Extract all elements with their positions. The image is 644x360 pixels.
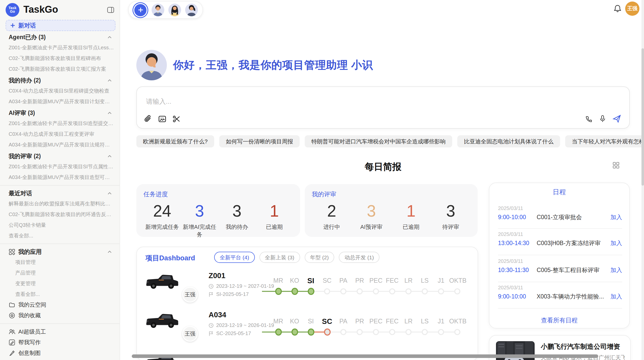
sidebar-group-header[interactable]: 我的评审 (2) xyxy=(9,151,114,161)
send-icon[interactable] xyxy=(612,114,621,123)
join-link[interactable]: 加入 xyxy=(610,239,622,247)
suggestion-chip[interactable]: 当下年轻人对汽车外观有怎样的喜好趋势 xyxy=(565,135,644,147)
group-title-wrap: 我的应用 xyxy=(9,247,42,257)
horizontal-scrollbar-thumb[interactable] xyxy=(132,354,598,358)
sidebar-item[interactable]: C0X4-动力总成开发项目工程变更评审 xyxy=(9,129,114,139)
sidebar-item[interactable]: Z001-全新燃油轻卡产品开发项目SI造型提交物评审 xyxy=(9,118,114,129)
sidebar-app-item[interactable]: 变更管理 xyxy=(9,278,114,289)
chevron-up-icon xyxy=(107,190,112,196)
attach-icon[interactable] xyxy=(144,115,152,123)
schedule-entry-title: C001-立项审批会 xyxy=(537,213,610,221)
join-link[interactable]: 加入 xyxy=(610,213,622,221)
sidebar-app-item[interactable]: 产品管理 xyxy=(9,267,114,278)
suggestion-chip[interactable]: 特朗普可能对进口汽车增税会对中国车企造成哪些影响 xyxy=(305,135,452,147)
stat-col: 3 我的待办 xyxy=(218,201,256,238)
milestone-label: LR xyxy=(400,318,417,325)
group-title: AI评审 (3) xyxy=(9,108,35,118)
user-avatar[interactable]: 王强 xyxy=(625,2,639,16)
sidebar-collapse-icon[interactable] xyxy=(107,6,114,13)
filter-pill[interactable]: 年型 (2) xyxy=(304,252,334,263)
session-avatar-3[interactable] xyxy=(185,4,198,16)
chevron-up-icon xyxy=(107,34,112,40)
schedule-time: 9:00-10:00 xyxy=(498,293,537,299)
schedule-date: 2025/03/11 xyxy=(498,205,523,211)
sidebar-item[interactable]: 公司Q3轻卡销量 xyxy=(9,220,114,230)
suggestion-chip[interactable]: 如何写一份清晰的项目周报 xyxy=(219,135,300,147)
sidebar-item-cloud-space[interactable]: 我的云空间 xyxy=(9,299,114,310)
sidebar-item[interactable]: A034-全新新能源MUV产品开发项目造型可行性评审 xyxy=(9,172,114,183)
sidebar-item-creative-draw[interactable]: 创意制图 xyxy=(9,348,114,358)
group-title: Agent已办 (3) xyxy=(9,32,46,42)
stat-value: 3 xyxy=(218,201,256,221)
view-all-link[interactable]: 查看全部... xyxy=(9,289,114,299)
new-chat-button[interactable]: 新对话 xyxy=(6,20,115,31)
schedule-title: 日程 xyxy=(489,188,629,197)
app-window: Task Go TaskGo 新对话 Agent已办 (3) Z001-全新燃油… xyxy=(0,0,644,360)
milestone-label: SI xyxy=(303,277,319,285)
project-dates: 2023-12-19 ~ 2027-01-19 xyxy=(209,283,274,289)
suggestion-chip[interactable]: 欧洲新规最近颁布了什么? xyxy=(136,135,214,147)
schedule-entry[interactable]: 10:30-11:30 C005-整车工程目标评审 加入 xyxy=(498,266,622,274)
sidebar-group-header[interactable]: 我的待办 (2) xyxy=(9,75,114,85)
divider xyxy=(498,308,622,309)
session-avatars-bar xyxy=(128,1,203,19)
sidebar-group-header[interactable]: AI评审 (3) xyxy=(9,108,114,118)
view-all-schedule-link[interactable]: 查看所有日程 xyxy=(489,316,629,325)
sidebar-item[interactable]: Z001-全新燃油皮卡产品开发项目SI节点Lesson Learn报告 xyxy=(9,42,114,53)
sidebar-item[interactable]: C02-飞腾新能源轻客改款项目的闭环通告反馈情况 xyxy=(9,209,114,220)
logo-text-top: Task xyxy=(9,6,17,10)
sidebar-item[interactable]: C02-飞腾新能源轻客改款项目里程碑画布 xyxy=(9,53,114,64)
group-title: 最近对话 xyxy=(9,188,32,198)
stat-value: 24 xyxy=(143,201,181,221)
project-dates: 2023-12-19 ~ 2026-01-19 xyxy=(209,322,274,328)
sidebar-item[interactable]: C0X4-动力总成开发项目SI里程碑提交物检查 xyxy=(9,85,114,96)
milestone-track: MR KO SI SC PA PR PEC FEC LR LS J1 OKTB xyxy=(270,317,465,336)
briefing-layout-icon[interactable] xyxy=(612,162,620,169)
scissors-icon[interactable] xyxy=(172,115,181,123)
schedule-entry[interactable]: 9:00-10:00 C001-立项审批会 加入 xyxy=(498,213,622,221)
card-title: 我的评审 xyxy=(312,190,471,199)
schedule-entry[interactable]: 9:00-10:00 X003-车辆动力学性能验... 加入 xyxy=(498,292,622,301)
filter-pill[interactable]: 动总开发 (1) xyxy=(339,252,380,263)
sidebar-item-help-write[interactable]: 帮我写作 xyxy=(9,337,114,348)
vertical-scrollbar-thumb[interactable] xyxy=(641,48,644,186)
sidebar-item-ai-super-staff[interactable]: AI超级员工 xyxy=(9,326,114,337)
milestone-dots xyxy=(270,328,465,336)
sidebar-item[interactable]: A034-全新新能源MUV产品开发项目法规符合性评审 xyxy=(9,139,114,150)
plus-icon xyxy=(138,7,143,13)
task-progress-card: 任务进度 24 新增完成任务 3 新增AI完成任务 3 我的待办 1 已逾期 xyxy=(136,184,300,237)
app-title: TaskGo xyxy=(23,4,58,15)
sidebar-group-header[interactable]: Agent已办 (3) xyxy=(9,32,114,42)
phone-icon[interactable] xyxy=(585,115,593,123)
view-all-link[interactable]: 查看全部... xyxy=(9,230,114,241)
schedule-entry[interactable]: 13:00-14:30 C003|H0B-方案冻结评审 加入 xyxy=(498,239,622,247)
sidebar-item[interactable]: A034-全新新能源MUV产品开发项目计划变更类编写 xyxy=(9,96,114,107)
session-avatar-1[interactable] xyxy=(152,4,164,16)
sidebar-item-favorites[interactable]: 我的收藏 xyxy=(9,310,114,321)
join-link[interactable]: 加入 xyxy=(610,293,622,300)
pen-icon xyxy=(9,350,15,356)
sidebar-group-header[interactable]: 最近对话 xyxy=(9,188,114,198)
divider xyxy=(498,282,622,282)
stat-label: 进行中 xyxy=(312,223,352,231)
chat-composer[interactable]: 请输入... xyxy=(136,86,630,129)
milestone-label: OKTB xyxy=(449,318,465,325)
sidebar-app-item[interactable]: 项目管理 xyxy=(9,257,114,267)
session-avatar-2[interactable] xyxy=(168,4,181,16)
mic-icon[interactable] xyxy=(599,115,606,123)
sidebar-group-agent-done: Agent已办 (3) Z001-全新燃油皮卡产品开发项目SI节点Lesson … xyxy=(9,32,114,74)
image-icon[interactable] xyxy=(158,115,166,123)
milestone-label: J1 xyxy=(433,277,449,284)
milestone-label: PR xyxy=(352,318,368,325)
add-session-button[interactable] xyxy=(134,4,147,16)
sidebar-item[interactable]: Z001-全新燃油轻卡产品开发项目SI节点属性5D文件评审 xyxy=(9,161,114,172)
filter-pill[interactable]: 全新上装 (3) xyxy=(259,252,300,263)
notification-bell-icon[interactable] xyxy=(613,5,622,13)
sidebar-item[interactable]: C02-飞腾新能源轻客改款项目立项汇报方案 xyxy=(9,64,114,74)
suggestion-chip[interactable]: 比亚迪全固态电池计划具体说了什么 xyxy=(457,135,560,147)
join-link[interactable]: 加入 xyxy=(610,266,622,274)
milestone-label: PEC xyxy=(368,318,384,325)
filter-pill[interactable]: 全新平台 (4) xyxy=(214,252,255,263)
sidebar-item[interactable]: 解释最新出台的欧盟报废车法规再生塑料比例被调至15%... xyxy=(9,198,114,209)
sidebar-group-header[interactable]: 我的应用 xyxy=(9,247,114,257)
